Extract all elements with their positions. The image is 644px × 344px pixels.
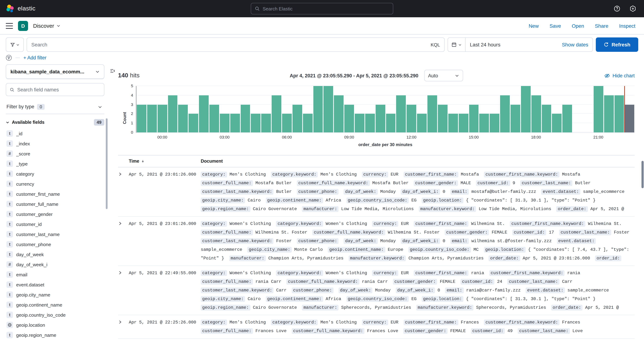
doc-field-name[interactable]: geoip.location: [484, 247, 526, 252]
nav-action-inspect[interactable]: Inspect [619, 23, 635, 28]
field-item[interactable]: geoip.location [6, 320, 104, 330]
histogram-bar[interactable] [210, 104, 219, 132]
field-item[interactable]: tcustomer_gender [6, 209, 104, 219]
histogram-bar[interactable] [262, 114, 271, 132]
main-scrollbar[interactable] [642, 161, 644, 188]
doc-field-name[interactable]: customer_full_name: [201, 230, 253, 235]
histogram-bar[interactable] [448, 114, 458, 132]
show-dates-button[interactable]: Show dates [558, 42, 592, 48]
expand-row-button[interactable] [118, 269, 129, 312]
histogram-bar[interactable] [604, 95, 614, 132]
doc-field-name[interactable]: customer_last_name: [518, 328, 570, 334]
doc-field-name[interactable]: category: [201, 270, 227, 276]
doc-field-name[interactable]: geoip.location: [422, 296, 464, 302]
doc-field-name[interactable]: customer_first_name: [414, 221, 468, 227]
histogram-bar[interactable] [147, 104, 157, 132]
doc-field-name[interactable]: customer_gender: [403, 328, 448, 334]
doc-field-name[interactable]: category.keyword: [271, 172, 318, 178]
histogram-bar[interactable] [251, 114, 261, 132]
field-item[interactable]: temail [6, 270, 104, 280]
nav-action-share[interactable]: Share [595, 23, 608, 28]
doc-field-name[interactable]: customer_gender: [445, 230, 489, 235]
doc-field-name[interactable]: customer_first_name.keyword: [484, 172, 560, 178]
doc-field-name[interactable]: manufacturer.keyword: [348, 256, 406, 261]
histogram-bar[interactable] [334, 95, 344, 132]
doc-field-name[interactable]: geoip.location: [422, 198, 464, 203]
doc-field-name[interactable]: day_of_week: [344, 238, 378, 244]
histogram-bar[interactable] [562, 104, 572, 132]
help-icon[interactable] [614, 6, 620, 12]
histogram-bar[interactable] [542, 104, 551, 132]
doc-field-name[interactable]: customer_first_name: [404, 172, 458, 178]
field-item[interactable]: tcustomer_id [6, 219, 104, 229]
histogram-bar[interactable] [531, 95, 541, 132]
breadcrumb[interactable]: Discover [33, 23, 60, 29]
field-item[interactable]: #_score [6, 148, 104, 159]
histogram-bar[interactable] [625, 104, 634, 132]
histogram-bar[interactable] [458, 114, 468, 132]
doc-field-name[interactable]: customer_full_name: [201, 180, 253, 186]
doc-field-name[interactable]: order_date: [551, 305, 582, 310]
field-item[interactable]: tcustomer_last_name [6, 229, 104, 239]
doc-field-name[interactable]: customer_full_name.keyword: [292, 328, 364, 334]
histogram-bar[interactable] [303, 114, 313, 132]
doc-field-name[interactable]: geoip.continent_name: [266, 198, 323, 203]
histogram-bar[interactable] [178, 104, 188, 132]
query-input[interactable] [31, 42, 427, 48]
filter-by-type-button[interactable]: Filter by type 0 [6, 100, 104, 114]
doc-field-name[interactable]: currency: [362, 320, 388, 325]
histogram-bar[interactable] [158, 104, 167, 132]
field-item[interactable]: tevent.dataset [6, 280, 104, 290]
doc-field-name[interactable]: customer_full_name.keyword: [297, 180, 370, 186]
doc-field-name[interactable]: customer_last_name.keyword: [201, 238, 274, 244]
expand-row-button[interactable] [118, 220, 129, 263]
doc-field-name[interactable]: manufacturer: [302, 206, 338, 212]
doc-field-name[interactable]: geoip.city_name: [201, 296, 245, 302]
refresh-button[interactable]: Refresh [596, 38, 638, 52]
doc-field-name[interactable]: day_of_week_i: [401, 189, 440, 195]
histogram-bar[interactable] [168, 95, 178, 132]
field-item[interactable]: tcustomer_first_name [6, 189, 104, 199]
doc-field-name[interactable]: customer_id: [512, 230, 546, 235]
histogram-bar[interactable] [240, 104, 250, 132]
histogram-bar[interactable] [480, 114, 489, 132]
doc-field-name[interactable]: email: [450, 189, 469, 195]
histogram-bar[interactable] [292, 104, 302, 132]
add-filter-button[interactable]: + Add filter [24, 55, 46, 60]
menu-icon[interactable] [6, 23, 13, 28]
histogram-bar[interactable] [594, 86, 603, 132]
doc-field-name[interactable]: customer_id: [471, 328, 505, 334]
interval-select[interactable]: Auto [424, 70, 463, 81]
doc-field-name[interactable]: customer_full_name.keyword: [312, 230, 385, 235]
doc-field-name[interactable]: order_date: [556, 206, 588, 212]
doc-field-name[interactable]: currency: [362, 172, 388, 178]
doc-field-name[interactable]: geoip.region_name: [201, 305, 250, 310]
doc-field-name[interactable]: customer_first_name: [404, 320, 458, 325]
histogram-bar[interactable] [199, 95, 209, 132]
field-item[interactable]: tgeoip.continent_name [6, 300, 104, 310]
sidebar-scrollbar[interactable] [106, 118, 108, 209]
histogram-bar[interactable] [344, 104, 354, 132]
histogram-bar[interactable] [510, 104, 520, 132]
histogram-bar[interactable] [417, 114, 427, 132]
doc-field-name[interactable]: customer_first_name: [414, 270, 468, 276]
doc-field-name[interactable]: geoip.country_iso_code: [346, 198, 409, 203]
doc-field-name[interactable]: day_of_week: [344, 189, 378, 195]
field-item[interactable]: tday_of_week [6, 249, 104, 260]
histogram-bar[interactable] [272, 95, 281, 132]
histogram-bar[interactable] [189, 114, 198, 132]
histogram-bar[interactable] [230, 114, 240, 132]
field-item[interactable]: tcustomer_full_name [6, 199, 104, 209]
histogram-bar[interactable] [386, 114, 396, 132]
doc-field-name[interactable]: geoip.country_iso_code: [408, 247, 471, 252]
doc-field-name[interactable]: category.keyword: [271, 320, 318, 325]
histogram-bar[interactable] [428, 95, 437, 132]
doc-field-name[interactable]: customer_phone: [297, 189, 338, 195]
doc-field-name[interactable]: currency: [372, 221, 398, 227]
doc-field-name[interactable]: customer_last_name.keyword: [201, 288, 274, 293]
histogram-bar[interactable] [521, 86, 531, 132]
doc-field-name[interactable]: currency: [372, 270, 398, 276]
doc-field-name[interactable]: customer_full_name: [201, 279, 253, 285]
doc-field-name[interactable]: day_of_week_i: [396, 288, 435, 293]
doc-field-name[interactable]: customer_full_name.keyword: [286, 279, 360, 285]
